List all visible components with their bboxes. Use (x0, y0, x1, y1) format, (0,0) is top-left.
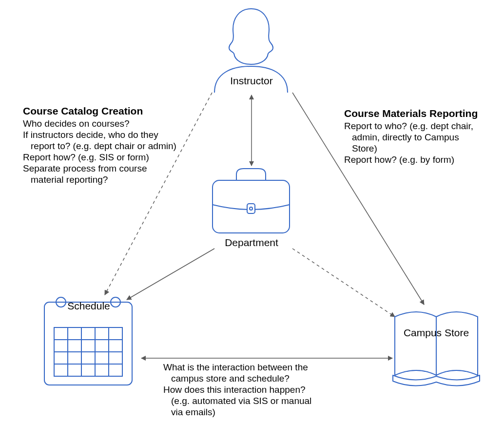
node-department (213, 169, 290, 233)
svg-text:Report how? (e.g. SIS or form): Report how? (e.g. SIS or form) (23, 152, 149, 162)
label-store: Campus Store (404, 327, 469, 338)
edge-department-schedule (127, 249, 214, 300)
svg-text:admin, directly to Campus: admin, directly to Campus (352, 132, 459, 142)
note-interaction: What is the interaction between the camp… (163, 362, 311, 417)
svg-text:Report how? (e.g. by form): Report how? (e.g. by form) (344, 154, 454, 165)
svg-text:What is the interaction betwee: What is the interaction between the (163, 362, 308, 372)
svg-text:Report to who? (e.g. dept chai: Report to who? (e.g. dept chair, (344, 121, 473, 131)
edge-department-store (292, 249, 395, 317)
label-department: Department (225, 237, 278, 248)
label-instructor: Instructor (230, 75, 273, 86)
svg-text:report to? (e.g. dept chair or: report to? (e.g. dept chair or admin) (31, 141, 176, 151)
svg-text:via emails): via emails) (171, 407, 215, 417)
svg-text:If instructors decide, who do : If instructors decide, who do they (23, 130, 158, 140)
svg-text:Who decides on courses?: Who decides on courses? (23, 118, 130, 129)
note-course-materials: Course Materials Reporting Report to who… (344, 108, 478, 165)
svg-text:How does this interaction happ: How does this interaction happen? (163, 385, 306, 395)
node-store (393, 312, 480, 386)
process-diagram: Instructor Department Schedule Cam (0, 0, 504, 423)
note-course-catalog: Course Catalog Creation Who decides on c… (23, 105, 176, 185)
svg-text:Store): Store) (352, 143, 377, 154)
svg-text:Separate process from course: Separate process from course (23, 163, 147, 173)
note-title: Course Catalog Creation (23, 105, 143, 116)
label-schedule: Schedule (67, 300, 110, 311)
svg-rect-3 (44, 302, 132, 385)
note-title: Course Materials Reporting (344, 108, 478, 119)
svg-text:material reporting?: material reporting? (31, 174, 108, 185)
svg-rect-1 (247, 204, 255, 213)
svg-text:campus store and schedule?: campus store and schedule? (171, 373, 290, 384)
svg-text:(e.g. automated via SIS or man: (e.g. automated via SIS or manual (171, 396, 311, 406)
